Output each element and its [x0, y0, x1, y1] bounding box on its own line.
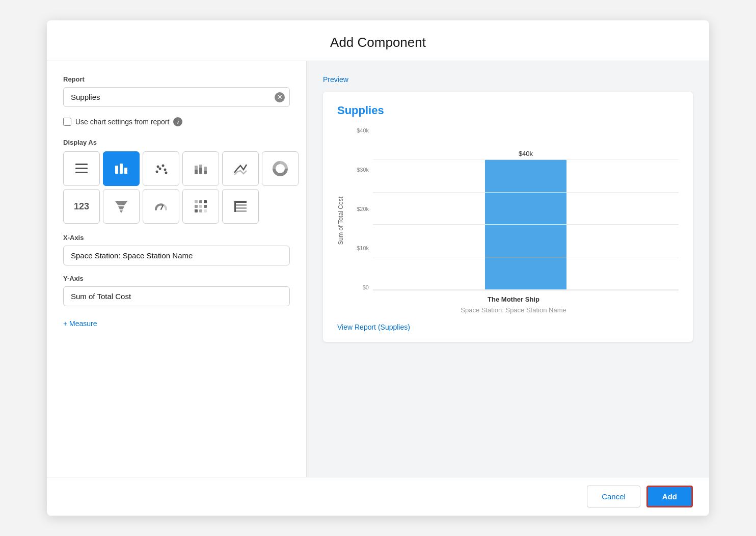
svg-rect-17 — [204, 167, 207, 171]
dialog-body: Report ✕ Use chart settings from report … — [47, 61, 709, 477]
grid-line-40k — [373, 159, 679, 160]
svg-rect-33 — [234, 204, 247, 206]
left-panel: Report ✕ Use chart settings from report … — [47, 61, 307, 477]
svg-rect-29 — [195, 209, 198, 212]
y-ticks-and-bars: $0 $10k $20k $30k $40k — [348, 127, 679, 290]
cancel-button[interactable]: Cancel — [587, 486, 640, 507]
svg-rect-14 — [199, 168, 202, 174]
svg-rect-5 — [124, 168, 127, 174]
xaxis-section: X-Axis — [63, 234, 290, 265]
display-table-rows[interactable] — [63, 151, 100, 186]
svg-rect-12 — [195, 170, 198, 174]
add-button[interactable]: Add — [646, 486, 693, 507]
svg-point-6 — [156, 171, 158, 173]
svg-rect-23 — [195, 200, 198, 203]
display-scatter[interactable] — [143, 151, 179, 186]
y-tick-10k: $10k — [348, 245, 369, 251]
svg-rect-30 — [199, 209, 202, 212]
y-tick-0: $0 — [348, 284, 369, 290]
yaxis-input[interactable] — [63, 286, 290, 306]
svg-point-11 — [165, 172, 168, 174]
report-label: Report — [63, 75, 290, 83]
grid-line-0 — [373, 289, 679, 290]
chart-title: Supplies — [337, 104, 679, 117]
display-funnel[interactable] — [103, 189, 140, 224]
svg-rect-1 — [75, 168, 88, 169]
bar-label-top: $40k — [519, 150, 533, 157]
display-stacked-bar[interactable] — [182, 151, 219, 186]
grid-line-10k — [373, 257, 679, 257]
display-donut[interactable] — [262, 151, 299, 186]
svg-point-8 — [162, 165, 165, 167]
x-axis-area: The Mother Ship Space Station: Space Sta… — [348, 290, 679, 314]
xaxis-input[interactable] — [63, 246, 290, 265]
right-panel: Preview Supplies Sum of Total Cost $0 $1… — [307, 61, 709, 477]
display-matrix[interactable] — [182, 189, 219, 224]
svg-rect-15 — [199, 165, 202, 168]
report-input-wrap: ✕ — [63, 87, 290, 107]
display-table[interactable] — [222, 189, 259, 224]
use-chart-settings-checkbox[interactable] — [63, 118, 71, 126]
dialog-footer: Cancel Add — [47, 477, 709, 516]
report-input[interactable] — [63, 87, 290, 107]
yaxis-section: Y-Axis — [63, 275, 290, 306]
svg-rect-36 — [234, 201, 236, 212]
svg-rect-25 — [204, 200, 207, 203]
display-as-label: Display As — [63, 139, 290, 146]
x-axis-title: Space Station: Space Station Name — [348, 306, 679, 314]
display-line[interactable] — [222, 151, 259, 186]
svg-point-21 — [277, 166, 283, 172]
chart-settings-label: Use chart settings from report — [75, 118, 169, 126]
svg-rect-32 — [234, 201, 247, 203]
svg-rect-34 — [234, 207, 247, 209]
svg-rect-4 — [120, 164, 123, 174]
svg-rect-35 — [234, 210, 247, 212]
svg-point-7 — [159, 168, 161, 170]
display-number[interactable]: 123 — [63, 189, 100, 224]
svg-rect-13 — [195, 166, 198, 170]
grid-line-20k — [373, 224, 679, 225]
svg-point-10 — [157, 166, 159, 168]
bars-container: $40k — [373, 127, 679, 290]
y-tick-20k: $20k — [348, 206, 369, 212]
chart-card: Supplies Sum of Total Cost $0 $10k $20k … — [323, 92, 693, 342]
svg-rect-3 — [115, 166, 118, 174]
xaxis-label: X-Axis — [63, 234, 290, 242]
display-as-grid: 123 — [63, 151, 290, 224]
display-gauge[interactable] — [143, 189, 179, 224]
chart-inner: $0 $10k $20k $30k $40k — [348, 127, 679, 314]
svg-rect-0 — [75, 164, 88, 165]
yaxis-label: Y-Axis — [63, 275, 290, 282]
chart-area: Sum of Total Cost $0 $10k $20k $30k $40k — [337, 127, 679, 314]
bar-group: $40k — [393, 150, 658, 290]
chart-settings-row: Use chart settings from report i — [63, 117, 290, 126]
x-tick-label: The Mother Ship — [348, 296, 679, 303]
display-bar-chart[interactable] — [103, 151, 140, 186]
svg-point-9 — [164, 169, 167, 171]
add-measure-link[interactable]: + Measure — [63, 319, 97, 328]
svg-rect-24 — [199, 200, 202, 203]
svg-rect-26 — [195, 205, 198, 208]
svg-rect-28 — [204, 205, 207, 208]
info-icon[interactable]: i — [173, 117, 182, 126]
y-axis-label: Sum of Total Cost — [337, 197, 344, 245]
grid-line-30k — [373, 192, 679, 193]
dialog-title: Add Component — [47, 20, 709, 61]
add-component-dialog: Add Component Report ✕ Use chart setting… — [47, 20, 709, 516]
svg-rect-2 — [75, 172, 88, 173]
y-ticks: $0 $10k $20k $30k $40k — [348, 127, 373, 290]
svg-rect-27 — [199, 205, 202, 208]
y-tick-40k: $40k — [348, 127, 369, 133]
view-report-link[interactable]: View Report (Supplies) — [337, 323, 410, 331]
svg-line-22 — [161, 205, 163, 209]
svg-rect-16 — [204, 171, 207, 174]
y-tick-30k: $30k — [348, 167, 369, 173]
clear-report-icon[interactable]: ✕ — [275, 92, 285, 102]
svg-rect-31 — [204, 209, 207, 212]
preview-label: Preview — [323, 75, 693, 84]
